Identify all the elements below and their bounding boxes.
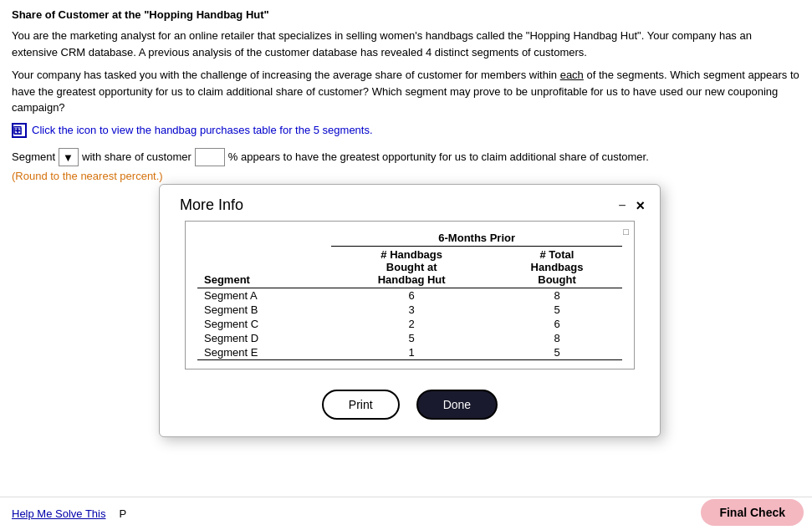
p-label: P — [119, 507, 126, 520]
segment-cell: Segment E — [197, 345, 331, 360]
total-bought-cell: 5 — [492, 303, 622, 317]
modal-minimize-button[interactable]: − — [618, 199, 626, 212]
modal-close-button[interactable]: × — [636, 198, 645, 213]
col3-subheader: # Total Handbags Bought — [492, 247, 622, 288]
table-link-label[interactable]: Click the icon to view the handbag purch… — [32, 124, 373, 136]
group-header: 6-Months Prior — [331, 230, 622, 247]
help-link[interactable]: Help Me Solve This — [12, 507, 105, 520]
segment-cell: Segment A — [197, 288, 331, 303]
table-row: Segment D 5 8 — [197, 331, 622, 345]
segment-suffix: % appears to have the greatest opportuni… — [228, 150, 649, 163]
modal-controls: − × — [618, 198, 645, 213]
para2-each: each — [560, 69, 584, 81]
main-content: Share of Customer at the "Hopping Handba… — [0, 0, 812, 202]
segment-row: Segment ▼ with share of customer % appea… — [12, 148, 800, 182]
round-note: (Round to the nearest percent.) — [12, 170, 163, 182]
paragraph-1: You are the marketing analyst for an onl… — [12, 28, 800, 60]
segment-cell: Segment B — [197, 303, 331, 317]
modal-body: □ 6-Months Prior Segment # Handbags Boug… — [160, 221, 660, 420]
bought-hut-cell: 5 — [331, 331, 492, 345]
modal-title: More Info — [180, 196, 243, 214]
segment-middle-text: with share of customer — [82, 150, 192, 163]
bought-hut-cell: 2 — [331, 317, 492, 331]
data-table-container: □ 6-Months Prior Segment # Handbags Boug… — [185, 221, 635, 369]
share-input[interactable] — [195, 148, 225, 166]
final-check-button[interactable]: Final Check — [701, 499, 804, 526]
col1-subheader: Segment — [197, 247, 331, 288]
total-bought-cell: 8 — [492, 331, 622, 345]
total-bought-cell: 8 — [492, 288, 622, 303]
col2-subheader: # Handbags Bought at Handbag Hut — [331, 247, 492, 288]
table-row: Segment E 1 5 — [197, 345, 622, 360]
page-title: Share of Customer at the "Hopping Handba… — [12, 8, 800, 21]
data-table: 6-Months Prior Segment # Handbags Bought… — [197, 230, 622, 360]
paragraph-2: Your company has tasked you with the cha… — [12, 67, 800, 116]
table-row: Segment B 3 5 — [197, 303, 622, 317]
print-button[interactable]: Print — [322, 390, 400, 420]
table-row: Segment C 2 6 — [197, 317, 622, 331]
table-icon: ⊞ — [12, 123, 27, 138]
modal: More Info − × □ 6-Months Prior Segment #… — [159, 184, 661, 437]
table-link-row[interactable]: ⊞ Click the icon to view the handbag pur… — [12, 123, 800, 138]
done-button[interactable]: Done — [416, 390, 498, 420]
total-bought-cell: 6 — [492, 317, 622, 331]
bought-hut-cell: 1 — [331, 345, 492, 360]
modal-titlebar: More Info − × — [160, 185, 660, 221]
table-row: Segment A 6 8 — [197, 288, 622, 303]
segment-cell: Segment C — [197, 317, 331, 331]
total-bought-cell: 5 — [492, 345, 622, 360]
para2-text: Your company has tasked you with the cha… — [12, 69, 560, 81]
segment-label: Segment — [12, 150, 55, 163]
bottom-bar: Help Me Solve This P — [0, 497, 812, 530]
segment-cell: Segment D — [197, 331, 331, 345]
modal-buttons: Print Done — [185, 390, 635, 420]
segment-dropdown[interactable]: ▼ — [59, 148, 79, 166]
bought-hut-cell: 6 — [331, 288, 492, 303]
col1-header — [197, 230, 331, 247]
bought-hut-cell: 3 — [331, 303, 492, 317]
resize-icon: □ — [623, 227, 629, 237]
